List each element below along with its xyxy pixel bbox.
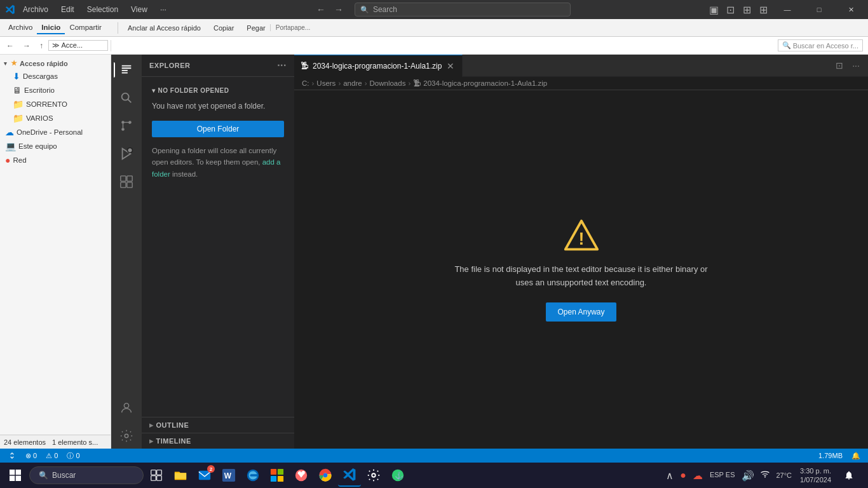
activity-account[interactable]: [114, 395, 139, 421]
notification-button[interactable]: [837, 464, 860, 487]
layout-btn-2[interactable]: ⊡: [723, 3, 737, 17]
red-label: Red: [13, 156, 26, 164]
ribbon-pin-btn[interactable]: Anclar al Acceso rápido: [123, 22, 205, 34]
menu-view[interactable]: View: [126, 3, 153, 16]
win-tree-onedrive[interactable]: ☁ OneDrive - Personal: [0, 125, 111, 139]
activity-run[interactable]: [114, 141, 139, 166]
win-tree-red[interactable]: ● Red: [0, 153, 111, 167]
status-filesize[interactable]: 1.79MB: [816, 452, 845, 459]
active-tab[interactable]: 🗜 2034-logica-programacion-1-Aula1.zip ✕: [294, 55, 463, 77]
ribbon-tab-inicio[interactable]: Inicio: [37, 22, 65, 34]
wifi-icon[interactable]: [759, 468, 771, 482]
nav-forward-button[interactable]: →: [330, 3, 347, 17]
bc-andre[interactable]: andre: [343, 79, 362, 87]
menu-more[interactable]: ···: [155, 3, 172, 16]
activity-settings[interactable]: [114, 423, 139, 449]
layout-btn-3[interactable]: ⊞: [740, 3, 754, 17]
open-anyway-button[interactable]: Open Anyway: [546, 302, 616, 322]
status-warnings[interactable]: ⚠ 0: [43, 452, 60, 460]
outline-header[interactable]: ▶ OUTLINE: [142, 417, 294, 433]
ribbon-tab-compartir[interactable]: Compartir: [65, 22, 105, 34]
bc-users[interactable]: Users: [316, 79, 336, 87]
tab-close-icon[interactable]: ✕: [445, 61, 456, 71]
taskbar-lighthouse[interactable]: ⚓: [386, 464, 409, 487]
search-bar[interactable]: 🔍 Search: [355, 3, 571, 17]
svg-point-2: [121, 128, 125, 131]
minimize-button[interactable]: —: [773, 0, 802, 19]
svg-rect-26: [271, 476, 276, 482]
taskbar-mail[interactable]: 2: [193, 464, 216, 487]
volume-icon[interactable]: 🔊: [740, 468, 756, 483]
activity-explorer[interactable]: [114, 57, 139, 83]
taskbar-store[interactable]: [266, 464, 288, 487]
win-address-path[interactable]: ≫ Acce...: [48, 40, 108, 51]
split-editor-button[interactable]: ⊡: [832, 58, 846, 72]
activity-extensions[interactable]: [114, 169, 139, 194]
win-tree-este-equipo[interactable]: 💻 Este equipo: [0, 139, 111, 153]
layout-btn-1[interactable]: ▣: [707, 3, 721, 17]
quick-access-label: Acceso rápido: [20, 60, 68, 67]
win-nav-forward[interactable]: →: [19, 40, 34, 51]
taskbar-file-explorer[interactable]: [169, 464, 192, 487]
descargas-icon: ⬇: [13, 71, 20, 81]
status-bell[interactable]: 🔔: [849, 452, 863, 460]
layout-btn-4[interactable]: ⊞: [756, 3, 770, 17]
no-folder-title[interactable]: ▾ NO FOLDER OPENED: [152, 87, 284, 94]
show-hidden-tray-button[interactable]: ∧: [664, 468, 675, 483]
taskbar-vscode[interactable]: [338, 464, 361, 487]
start-button[interactable]: [3, 463, 28, 488]
vscode-area: EXPLORER ··· ▾ NO FOLDER OPENED You have…: [111, 55, 868, 449]
ribbon-paste-btn[interactable]: Pegar: [242, 22, 269, 34]
bc-filename[interactable]: 2034-logica-programacion-1-Aula1.zip: [423, 79, 547, 87]
escritorio-label: Escritorio: [24, 86, 55, 94]
status-items: 24 elementos: [4, 438, 46, 446]
taskbar-app1[interactable]: [290, 464, 313, 487]
activity-search[interactable]: [114, 85, 139, 111]
maximize-button[interactable]: □: [804, 0, 834, 19]
close-button[interactable]: ✕: [836, 0, 865, 19]
network-icon[interactable]: ●: [678, 468, 688, 482]
status-remote[interactable]: [5, 451, 19, 460]
menu-selection[interactable]: Selection: [82, 3, 123, 16]
system-clock[interactable]: 3:30 p. m. 1/07/2024: [796, 466, 835, 485]
task-view-button[interactable]: [145, 464, 168, 487]
quick-access-section[interactable]: ▾ ★ Acceso rápido: [0, 57, 111, 69]
taskbar-settings[interactable]: [362, 464, 385, 487]
win-tree: ▾ ★ Acceso rápido ⬇ Descargas 🖥 Escritor…: [0, 55, 111, 435]
taskbar-search[interactable]: 🔍 Buscar: [29, 466, 144, 484]
win-tree-descargas[interactable]: ⬇ Descargas: [0, 69, 111, 83]
ribbon-copy-btn[interactable]: Copiar: [209, 22, 238, 34]
bc-sep-3: ›: [365, 79, 367, 87]
win-nav-back[interactable]: ←: [3, 40, 18, 51]
portapapeles-label: Portapape...: [270, 24, 310, 31]
ribbon-tab-archivo[interactable]: Archivo: [4, 22, 37, 34]
temperature-display[interactable]: 27°C: [774, 470, 794, 480]
open-folder-button[interactable]: Open Folder: [152, 121, 284, 137]
sidebar-dots[interactable]: ···: [277, 60, 287, 71]
svg-point-4: [121, 121, 125, 124]
win-nav-up[interactable]: ↑: [36, 40, 47, 51]
taskbar-chrome[interactable]: [314, 464, 337, 487]
status-errors[interactable]: ⊗ 0: [23, 452, 39, 460]
bc-c[interactable]: C:: [302, 79, 309, 87]
taskbar-word[interactable]: W: [217, 464, 240, 487]
sorrento-label: SORRENTO: [26, 100, 67, 108]
win-tree-varios[interactable]: 📁 VARIOS: [0, 111, 111, 125]
menu-file[interactable]: Archivo: [18, 3, 53, 16]
timeline-chevron-icon: ▶: [149, 438, 154, 444]
bc-downloads[interactable]: Downloads: [369, 79, 405, 87]
timeline-header[interactable]: ▶ TIMELINE: [142, 433, 294, 449]
activity-git[interactable]: [114, 113, 139, 139]
more-actions-button[interactable]: ···: [849, 58, 863, 72]
svg-rect-19: [157, 476, 162, 481]
onedrive-tray-icon[interactable]: ☁: [691, 468, 705, 483]
svg-point-12: [124, 403, 128, 408]
nav-back-button[interactable]: ←: [313, 3, 329, 17]
menu-edit[interactable]: Edit: [56, 3, 79, 16]
win-tree-escritorio[interactable]: 🖥 Escritorio: [0, 83, 111, 97]
win-tree-sorrento[interactable]: 📁 SORRENTO: [0, 97, 111, 111]
language-selector[interactable]: ESP ES: [707, 471, 738, 479]
taskbar-edge[interactable]: [241, 464, 264, 487]
status-info[interactable]: ⓘ 0: [64, 451, 82, 461]
win-search-field[interactable]: 🔍 Buscar en Acceso r...: [778, 39, 863, 51]
